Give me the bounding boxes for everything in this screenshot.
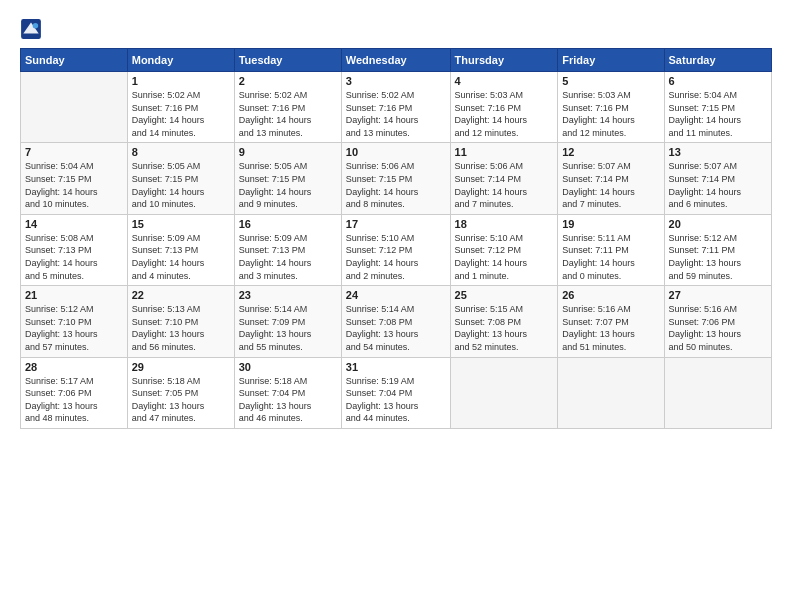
day-info: Sunrise: 5:12 AMSunset: 7:10 PMDaylight:… xyxy=(25,303,123,353)
sunset: Sunset: 7:16 PM xyxy=(132,102,230,115)
sunset: Sunset: 7:14 PM xyxy=(562,173,659,186)
day-number: 23 xyxy=(239,289,337,301)
day-info: Sunrise: 5:04 AMSunset: 7:15 PMDaylight:… xyxy=(669,89,767,139)
daylight: Daylight: 13 hoursand 52 minutes. xyxy=(455,328,554,353)
sunrise: Sunrise: 5:11 AM xyxy=(562,232,659,245)
weekday-monday: Monday xyxy=(127,49,234,72)
week-row-3: 14Sunrise: 5:08 AMSunset: 7:13 PMDayligh… xyxy=(21,214,772,285)
sunrise: Sunrise: 5:12 AM xyxy=(25,303,123,316)
weekday-sunday: Sunday xyxy=(21,49,128,72)
calendar-cell: 1Sunrise: 5:02 AMSunset: 7:16 PMDaylight… xyxy=(127,72,234,143)
sunset: Sunset: 7:16 PM xyxy=(346,102,446,115)
day-info: Sunrise: 5:10 AMSunset: 7:12 PMDaylight:… xyxy=(346,232,446,282)
sunset: Sunset: 7:06 PM xyxy=(25,387,123,400)
calendar-cell xyxy=(664,357,771,428)
calendar-cell: 3Sunrise: 5:02 AMSunset: 7:16 PMDaylight… xyxy=(341,72,450,143)
calendar-cell: 31Sunrise: 5:19 AMSunset: 7:04 PMDayligh… xyxy=(341,357,450,428)
day-number: 28 xyxy=(25,361,123,373)
sunset: Sunset: 7:14 PM xyxy=(669,173,767,186)
day-number: 22 xyxy=(132,289,230,301)
sunset: Sunset: 7:10 PM xyxy=(25,316,123,329)
daylight: Daylight: 13 hoursand 48 minutes. xyxy=(25,400,123,425)
sunset: Sunset: 7:08 PM xyxy=(455,316,554,329)
sunset: Sunset: 7:07 PM xyxy=(562,316,659,329)
daylight: Daylight: 14 hoursand 10 minutes. xyxy=(25,186,123,211)
sunset: Sunset: 7:14 PM xyxy=(455,173,554,186)
calendar-cell: 24Sunrise: 5:14 AMSunset: 7:08 PMDayligh… xyxy=(341,286,450,357)
day-number: 9 xyxy=(239,146,337,158)
day-info: Sunrise: 5:17 AMSunset: 7:06 PMDaylight:… xyxy=(25,375,123,425)
sunrise: Sunrise: 5:17 AM xyxy=(25,375,123,388)
daylight: Daylight: 14 hoursand 6 minutes. xyxy=(669,186,767,211)
sunset: Sunset: 7:09 PM xyxy=(239,316,337,329)
weekday-saturday: Saturday xyxy=(664,49,771,72)
week-row-4: 21Sunrise: 5:12 AMSunset: 7:10 PMDayligh… xyxy=(21,286,772,357)
calendar-cell: 15Sunrise: 5:09 AMSunset: 7:13 PMDayligh… xyxy=(127,214,234,285)
logo-icon xyxy=(20,18,42,40)
logo xyxy=(20,18,46,40)
sunset: Sunset: 7:08 PM xyxy=(346,316,446,329)
sunrise: Sunrise: 5:16 AM xyxy=(669,303,767,316)
sunrise: Sunrise: 5:05 AM xyxy=(239,160,337,173)
day-number: 25 xyxy=(455,289,554,301)
day-info: Sunrise: 5:11 AMSunset: 7:11 PMDaylight:… xyxy=(562,232,659,282)
day-number: 24 xyxy=(346,289,446,301)
daylight: Daylight: 14 hoursand 2 minutes. xyxy=(346,257,446,282)
daylight: Daylight: 13 hoursand 51 minutes. xyxy=(562,328,659,353)
sunset: Sunset: 7:04 PM xyxy=(346,387,446,400)
sunset: Sunset: 7:10 PM xyxy=(132,316,230,329)
calendar-cell: 8Sunrise: 5:05 AMSunset: 7:15 PMDaylight… xyxy=(127,143,234,214)
day-number: 27 xyxy=(669,289,767,301)
sunrise: Sunrise: 5:02 AM xyxy=(239,89,337,102)
sunrise: Sunrise: 5:09 AM xyxy=(239,232,337,245)
calendar-cell: 5Sunrise: 5:03 AMSunset: 7:16 PMDaylight… xyxy=(558,72,664,143)
day-number: 4 xyxy=(455,75,554,87)
calendar-cell: 19Sunrise: 5:11 AMSunset: 7:11 PMDayligh… xyxy=(558,214,664,285)
day-info: Sunrise: 5:12 AMSunset: 7:11 PMDaylight:… xyxy=(669,232,767,282)
day-info: Sunrise: 5:02 AMSunset: 7:16 PMDaylight:… xyxy=(346,89,446,139)
calendar-cell: 14Sunrise: 5:08 AMSunset: 7:13 PMDayligh… xyxy=(21,214,128,285)
sunset: Sunset: 7:12 PM xyxy=(455,244,554,257)
day-info: Sunrise: 5:15 AMSunset: 7:08 PMDaylight:… xyxy=(455,303,554,353)
daylight: Daylight: 14 hoursand 3 minutes. xyxy=(239,257,337,282)
calendar: SundayMondayTuesdayWednesdayThursdayFrid… xyxy=(20,48,772,429)
sunrise: Sunrise: 5:05 AM xyxy=(132,160,230,173)
day-info: Sunrise: 5:13 AMSunset: 7:10 PMDaylight:… xyxy=(132,303,230,353)
day-number: 15 xyxy=(132,218,230,230)
sunrise: Sunrise: 5:18 AM xyxy=(132,375,230,388)
sunset: Sunset: 7:05 PM xyxy=(132,387,230,400)
day-info: Sunrise: 5:07 AMSunset: 7:14 PMDaylight:… xyxy=(562,160,659,210)
sunrise: Sunrise: 5:04 AM xyxy=(669,89,767,102)
calendar-cell: 20Sunrise: 5:12 AMSunset: 7:11 PMDayligh… xyxy=(664,214,771,285)
sunrise: Sunrise: 5:09 AM xyxy=(132,232,230,245)
calendar-cell: 13Sunrise: 5:07 AMSunset: 7:14 PMDayligh… xyxy=(664,143,771,214)
day-number: 17 xyxy=(346,218,446,230)
sunset: Sunset: 7:15 PM xyxy=(132,173,230,186)
day-number: 12 xyxy=(562,146,659,158)
sunrise: Sunrise: 5:08 AM xyxy=(25,232,123,245)
day-info: Sunrise: 5:02 AMSunset: 7:16 PMDaylight:… xyxy=(239,89,337,139)
sunrise: Sunrise: 5:14 AM xyxy=(239,303,337,316)
day-number: 14 xyxy=(25,218,123,230)
day-info: Sunrise: 5:03 AMSunset: 7:16 PMDaylight:… xyxy=(562,89,659,139)
day-number: 16 xyxy=(239,218,337,230)
week-row-5: 28Sunrise: 5:17 AMSunset: 7:06 PMDayligh… xyxy=(21,357,772,428)
daylight: Daylight: 14 hoursand 4 minutes. xyxy=(132,257,230,282)
day-info: Sunrise: 5:06 AMSunset: 7:15 PMDaylight:… xyxy=(346,160,446,210)
daylight: Daylight: 13 hoursand 50 minutes. xyxy=(669,328,767,353)
sunrise: Sunrise: 5:06 AM xyxy=(346,160,446,173)
daylight: Daylight: 14 hoursand 10 minutes. xyxy=(132,186,230,211)
daylight: Daylight: 14 hoursand 5 minutes. xyxy=(25,257,123,282)
daylight: Daylight: 14 hoursand 12 minutes. xyxy=(562,114,659,139)
calendar-cell xyxy=(558,357,664,428)
day-number: 10 xyxy=(346,146,446,158)
day-info: Sunrise: 5:03 AMSunset: 7:16 PMDaylight:… xyxy=(455,89,554,139)
weekday-header-row: SundayMondayTuesdayWednesdayThursdayFrid… xyxy=(21,49,772,72)
day-number: 21 xyxy=(25,289,123,301)
calendar-cell: 16Sunrise: 5:09 AMSunset: 7:13 PMDayligh… xyxy=(234,214,341,285)
sunrise: Sunrise: 5:06 AM xyxy=(455,160,554,173)
sunset: Sunset: 7:11 PM xyxy=(562,244,659,257)
daylight: Daylight: 13 hoursand 54 minutes. xyxy=(346,328,446,353)
svg-point-2 xyxy=(33,23,39,29)
daylight: Daylight: 14 hoursand 13 minutes. xyxy=(239,114,337,139)
